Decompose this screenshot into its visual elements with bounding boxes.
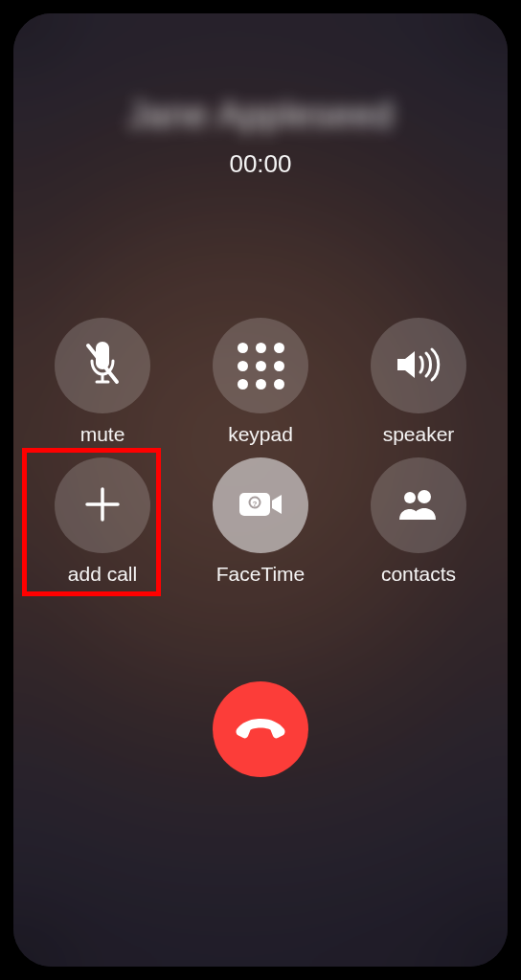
speaker-label: speaker	[383, 423, 455, 446]
mute-wrap: mute	[43, 318, 163, 446]
plus-icon	[81, 483, 124, 528]
phone-frame: Jane Appleseed 00:00	[0, 0, 521, 980]
mute-label: mute	[80, 423, 125, 446]
speaker-button[interactable]	[371, 318, 466, 413]
addcall-wrap: add call	[43, 457, 163, 586]
call-timer: 00:00	[229, 149, 291, 179]
facetime-wrap: ? FaceTime	[201, 457, 321, 586]
svg-point-6	[418, 490, 431, 503]
call-button-grid: mute keypad	[13, 318, 508, 586]
svg-text:?: ?	[253, 500, 258, 508]
facetime-label: FaceTime	[216, 563, 306, 586]
contacts-label: contacts	[381, 563, 456, 586]
contacts-icon	[394, 485, 443, 526]
call-content: Jane Appleseed 00:00	[13, 13, 508, 967]
contacts-wrap: contacts	[359, 457, 479, 586]
speaker-wrap: speaker	[359, 318, 479, 446]
addcall-button[interactable]	[55, 457, 150, 553]
speaker-icon	[394, 345, 443, 387]
keypad-button[interactable]	[213, 318, 308, 413]
keypad-label: keypad	[228, 423, 293, 446]
keypad-wrap: keypad	[201, 318, 321, 446]
contacts-button[interactable]	[371, 457, 466, 553]
addcall-label: add call	[68, 563, 137, 586]
facetime-icon: ?	[236, 487, 285, 524]
facetime-button[interactable]: ?	[213, 457, 308, 553]
call-screen: Jane Appleseed 00:00	[13, 13, 508, 967]
svg-point-7	[404, 492, 416, 503]
caller-name: Jane Appleseed	[127, 95, 393, 136]
hangup-icon	[234, 717, 287, 743]
mute-icon	[80, 340, 125, 392]
mute-button[interactable]	[55, 318, 150, 413]
keypad-icon	[238, 343, 284, 390]
end-call-button[interactable]	[213, 681, 308, 777]
